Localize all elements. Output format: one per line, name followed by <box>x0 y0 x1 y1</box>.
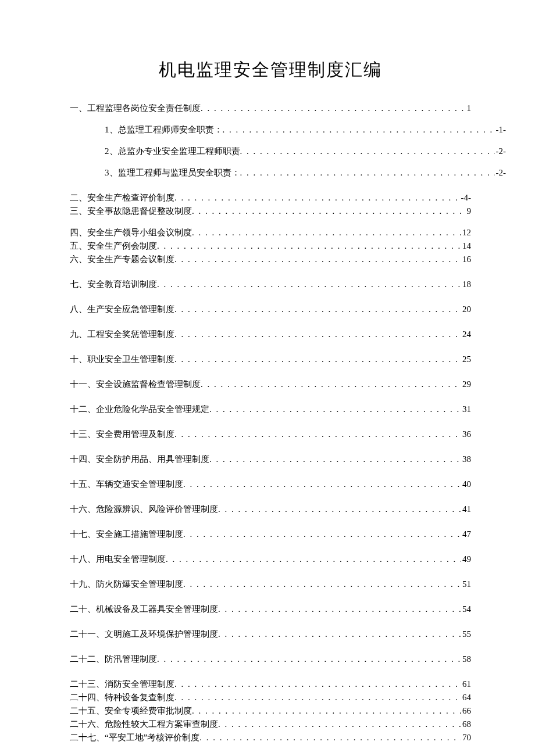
toc-entry: 二十、机械设备及工器具安全管理制度54 <box>70 605 471 614</box>
toc-entry: 二、安全生产检查评价制度-4- <box>70 194 471 202</box>
toc-entry: 四、安全生产领导小组会议制度12 <box>70 228 471 237</box>
toc-entry: 十九、防火防爆安全管理制度51 <box>70 580 471 589</box>
toc-entry: 二十五、安全专项经费审批制度66 <box>70 707 471 715</box>
toc-entry-page: -1- <box>495 126 507 134</box>
toc-entry-label: 二十三、消防安全管理制度 <box>70 680 174 689</box>
toc-entry-page: 66 <box>461 707 471 715</box>
toc-entry: 十四、安全防护用品、用具管理制度38 <box>70 455 471 464</box>
toc-entry-label: 十四、安全防护用品、用具管理制度 <box>70 455 209 464</box>
toc-entry: 一、工程监理各岗位安全责任制度1 <box>70 104 471 113</box>
toc-leader-dots <box>183 480 461 489</box>
toc-entry-page: -4- <box>460 194 472 202</box>
toc-entry: 二十二、防汛管理制度58 <box>70 655 471 664</box>
toc-entry-label: 十、职业安全卫生管理制度 <box>70 355 174 364</box>
toc-entry-page: 40 <box>461 480 471 489</box>
toc-leader-dots <box>192 707 461 715</box>
toc-entry-label: 十八、用电安全管理制度 <box>70 555 166 564</box>
toc-entry-label: 二十一、文明施工及环境保护管理制度 <box>70 630 218 639</box>
toc-leader-dots <box>218 505 461 514</box>
toc-entry-label: 一、工程监理各岗位安全责任制度 <box>70 104 201 113</box>
toc-leader-dots <box>199 733 461 742</box>
toc-entry: 七、安全教育培训制度18 <box>70 280 471 289</box>
toc-entry-page: 12 <box>461 228 471 237</box>
toc-entry-label: 十一、安全设施监督检查管理制度 <box>70 380 201 389</box>
toc-entry-page: 16 <box>461 255 471 264</box>
toc-entry-page: -2- <box>495 169 507 177</box>
toc-entry: 六、安全生产专题会议制度16 <box>70 255 471 264</box>
toc-entry-label: 二十七、“平安工地”考核评价制度 <box>70 733 199 742</box>
toc-entry: 十、职业安全卫生管理制度25 <box>70 355 471 364</box>
toc-entry-page: 49 <box>461 555 471 564</box>
toc-entry-page: 47 <box>461 530 471 539</box>
toc-entry-label: 四、安全生产领导小组会议制度 <box>70 228 192 237</box>
toc-entry-page: 31 <box>461 405 471 414</box>
toc-leader-dots <box>183 530 461 539</box>
toc-leader-dots <box>174 680 461 689</box>
toc-entry: 五、安全生产例会制度14 <box>70 242 471 250</box>
toc-entry-page: 70 <box>461 733 471 742</box>
toc-leader-dots <box>218 630 461 639</box>
toc-entry-page: 25 <box>461 355 471 364</box>
toc-entry: 十八、用电安全管理制度49 <box>70 555 471 564</box>
toc-leader-dots <box>157 242 461 250</box>
toc-entry: 十三、安全费用管理及制度36 <box>70 430 471 439</box>
toc-entry: 十五、车辆交通安全管理制度40 <box>70 480 471 489</box>
toc-leader-dots <box>174 693 461 702</box>
toc-entry-page: 41 <box>461 505 471 514</box>
toc-leader-dots <box>174 255 461 264</box>
toc-entry-page: 29 <box>461 380 471 389</box>
toc-leader-dots <box>174 355 461 364</box>
toc-entry-page: 51 <box>461 580 471 589</box>
toc-entry-page: 61 <box>461 680 471 689</box>
toc-entry-label: 十五、车辆交通安全管理制度 <box>70 480 183 489</box>
toc-entry-page: 9 <box>466 207 472 216</box>
toc-leader-dots <box>192 228 461 237</box>
toc-entry-page: 58 <box>461 655 471 664</box>
toc-leader-dots <box>183 580 461 589</box>
toc-leader-dots <box>201 380 461 389</box>
toc-leader-dots <box>209 455 461 464</box>
toc-entry: 二十六、危险性较大工程方案审查制度68 <box>70 720 471 729</box>
toc-leader-dots <box>218 720 461 729</box>
toc-entry-page: 68 <box>461 720 471 729</box>
toc-entry-label: 2、总监办专业安全监理工程师职责 <box>105 147 240 156</box>
toc-entry: 九、工程安全奖惩管理制度24 <box>70 330 471 339</box>
toc-entry-label: 二十、机械设备及工器具安全管理制度 <box>70 605 218 614</box>
toc-entry: 八、生产安全应急管理制度20 <box>70 305 471 314</box>
toc-leader-dots <box>174 430 461 439</box>
toc-entry-label: 二、安全生产检查评价制度 <box>70 194 174 202</box>
toc-entry-label: 三、安全事故隐患督促整改制度 <box>70 207 192 216</box>
toc-entry: 十七、安全施工措施管理制度47 <box>70 530 471 539</box>
toc-entry-page: 54 <box>461 605 471 614</box>
toc-entry: 二十三、消防安全管理制度61 <box>70 680 471 689</box>
toc-entry-label: 五、安全生产例会制度 <box>70 242 157 250</box>
toc-entry-page: -2- <box>495 147 507 156</box>
toc-entry-page: 18 <box>461 280 471 289</box>
toc-entry-page: 38 <box>461 455 471 464</box>
toc-leader-dots <box>218 605 461 614</box>
toc-entry-page: 14 <box>461 242 471 250</box>
toc-entry-label: 二十五、安全专项经费审批制度 <box>70 707 192 715</box>
toc-entry-label: 3、监理工程师与监理员安全职责： <box>105 169 240 177</box>
toc-entry-label: 二十四、特种设备复查制度 <box>70 693 174 702</box>
toc-leader-dots <box>201 104 466 113</box>
toc-entry-page: 20 <box>461 305 471 314</box>
toc-entry-label: 十三、安全费用管理及制度 <box>70 430 174 439</box>
toc-entry-label: 十六、危险源辨识、风险评价管理制度 <box>70 505 218 514</box>
toc-entry-page: 36 <box>461 430 471 439</box>
toc-entry-page: 24 <box>461 330 471 339</box>
toc-leader-dots <box>174 194 460 202</box>
toc-entry-page: 64 <box>461 693 471 702</box>
toc-entry: 十六、危险源辨识、风险评价管理制度41 <box>70 505 471 514</box>
document-page: 机电监理安全管理制度汇编 一、工程监理各岗位安全责任制度11、总监理工程师师安全… <box>0 0 535 756</box>
toc-entry-label: 二十六、危险性较大工程方案审查制度 <box>70 720 218 729</box>
toc-entry-label: 九、工程安全奖惩管理制度 <box>70 330 174 339</box>
toc-entry: 二十一、文明施工及环境保护管理制度55 <box>70 630 471 639</box>
toc-leader-dots <box>157 280 461 289</box>
toc-leader-dots <box>240 169 495 177</box>
table-of-contents: 一、工程监理各岗位安全责任制度11、总监理工程师师安全职责：-1-2、总监办专业… <box>70 104 471 742</box>
toc-entry-page: 1 <box>466 104 472 113</box>
toc-leader-dots <box>209 405 461 414</box>
toc-entry: 十二、企业危险化学品安全管理规定31 <box>70 405 471 414</box>
document-title: 机电监理安全管理制度汇编 <box>70 58 471 82</box>
